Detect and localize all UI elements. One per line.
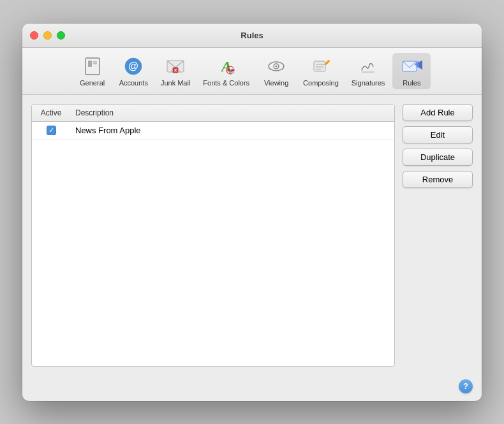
- toolbar-item-accounts[interactable]: @ Accounts: [114, 53, 153, 89]
- toolbar-item-fonts-colors[interactable]: A Fonts & Colors: [198, 53, 255, 89]
- bottom-bar: ?: [22, 376, 482, 401]
- close-button[interactable]: [30, 31, 38, 40]
- toolbar-item-viewing[interactable]: Viewing: [257, 53, 295, 89]
- rules-list-container: Active Description ✓ News From Apple: [31, 104, 395, 367]
- svg-text:✕: ✕: [174, 68, 177, 73]
- svg-point-15: [227, 69, 230, 71]
- general-label: General: [80, 79, 105, 87]
- table-row[interactable]: ✓ News From Apple: [32, 122, 394, 140]
- content-area: Active Description ✓ News From Apple Add…: [22, 95, 482, 376]
- junk-mail-label: Junk Mail: [161, 79, 190, 87]
- svg-point-16: [231, 69, 233, 71]
- mail-preferences-window: Rules General @ Accounts: [22, 24, 482, 401]
- toolbar-item-composing[interactable]: Composing: [298, 53, 344, 89]
- help-button[interactable]: ?: [459, 379, 473, 393]
- toolbar: General @ Accounts ✕: [22, 48, 482, 95]
- signatures-icon: [357, 55, 379, 77]
- svg-point-17: [229, 71, 232, 73]
- rules-icon: [401, 55, 422, 77]
- rules-label: Rules: [403, 79, 420, 87]
- toolbar-item-junk-mail[interactable]: ✕ Junk Mail: [156, 53, 195, 89]
- toolbar-item-signatures[interactable]: Signatures: [346, 53, 390, 89]
- rules-list-body: ✓ News From Apple: [32, 122, 394, 140]
- fonts-colors-icon: A: [216, 55, 237, 77]
- add-rule-button[interactable]: Add Rule: [403, 104, 473, 121]
- remove-button[interactable]: Remove: [403, 171, 473, 188]
- viewing-label: Viewing: [264, 79, 288, 87]
- title-bar: Rules: [22, 24, 482, 48]
- general-icon: [82, 55, 103, 77]
- buttons-panel: Add Rule Edit Duplicate Remove: [403, 104, 473, 367]
- maximize-button[interactable]: [57, 31, 65, 40]
- column-header-description: Description: [70, 107, 394, 119]
- column-header-active: Active: [32, 107, 70, 119]
- fonts-colors-label: Fonts & Colors: [203, 79, 249, 87]
- composing-icon: [310, 55, 332, 77]
- junk-mail-icon: ✕: [165, 55, 186, 77]
- svg-rect-0: [85, 58, 100, 75]
- edit-button[interactable]: Edit: [403, 126, 473, 143]
- viewing-icon: [265, 55, 287, 77]
- window-title: Rules: [241, 31, 263, 40]
- rules-list-header: Active Description: [32, 105, 394, 122]
- signatures-label: Signatures: [352, 79, 385, 87]
- svg-point-20: [276, 65, 278, 67]
- rule-description-text: News From Apple: [70, 126, 394, 135]
- svg-text:@: @: [128, 61, 138, 71]
- duplicate-button[interactable]: Duplicate: [403, 149, 473, 166]
- rule-active-checkbox[interactable]: ✓: [32, 126, 70, 135]
- toolbar-item-rules[interactable]: Rules: [392, 53, 431, 89]
- toolbar-item-general[interactable]: General: [73, 53, 112, 89]
- accounts-icon: @: [122, 55, 144, 77]
- window-controls: [30, 31, 65, 40]
- svg-rect-1: [88, 61, 92, 67]
- minimize-button[interactable]: [43, 31, 52, 40]
- svg-rect-21: [314, 61, 325, 71]
- accounts-label: Accounts: [119, 79, 148, 87]
- composing-label: Composing: [303, 79, 339, 87]
- checkbox-checked-indicator: ✓: [47, 126, 56, 135]
